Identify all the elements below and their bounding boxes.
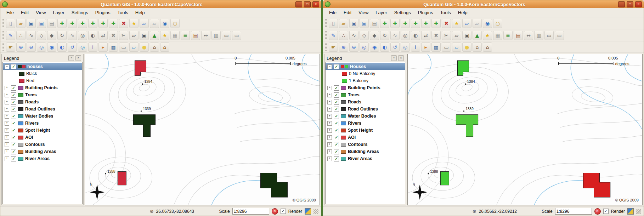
legend-layer-row[interactable]: +✓AOI bbox=[326, 134, 405, 141]
toolbar-handle[interactable] bbox=[2, 19, 4, 28]
legend-layer-row[interactable]: +✓Building Points bbox=[3, 84, 82, 91]
save-project-icon[interactable]: ▣ bbox=[349, 19, 358, 28]
zoom-full-icon[interactable]: ◎ bbox=[37, 42, 46, 52]
new-vector-layer-icon[interactable]: ✚ bbox=[421, 19, 430, 28]
expander-icon[interactable]: + bbox=[5, 142, 9, 147]
measure-area-icon[interactable]: ▱ bbox=[452, 42, 461, 52]
menu-settings[interactable]: Settings bbox=[68, 9, 91, 16]
star-flower-icon[interactable]: ★ bbox=[483, 31, 492, 40]
save-project-as-icon[interactable]: ▣ bbox=[360, 19, 369, 28]
add-raster-layer-icon[interactable]: ✚ bbox=[390, 19, 400, 28]
new-project-icon[interactable]: ▯ bbox=[6, 19, 15, 28]
measure-area-icon[interactable]: ▱ bbox=[129, 42, 139, 52]
legend-class-row[interactable]: Red bbox=[3, 77, 82, 84]
zoom-out-icon[interactable]: ⊖ bbox=[349, 42, 358, 52]
gray-box-icon[interactable]: ▦ bbox=[170, 31, 180, 40]
layer-checkbox[interactable]: ✓ bbox=[334, 128, 339, 133]
maximize-button[interactable]: □ bbox=[304, 1, 311, 7]
menu-view[interactable]: View bbox=[355, 9, 372, 16]
legend-layer-row[interactable]: +✓Water Bodies bbox=[326, 113, 405, 120]
layer-checkbox[interactable]: ✓ bbox=[334, 64, 339, 69]
capture-polygon-icon[interactable]: ◇ bbox=[37, 31, 46, 40]
layer-checkbox[interactable]: ✓ bbox=[11, 156, 16, 161]
layer-checkbox[interactable]: ✓ bbox=[334, 114, 339, 119]
zoom-to-selection-icon[interactable]: ◐ bbox=[57, 42, 67, 52]
expander-icon[interactable]: + bbox=[5, 157, 9, 161]
expander-icon[interactable]: + bbox=[327, 157, 332, 161]
capture-point-icon[interactable]: ∴ bbox=[339, 31, 348, 40]
select-cursor-icon[interactable]: ▸ bbox=[421, 42, 430, 52]
close-button[interactable]: × bbox=[635, 1, 642, 7]
expander-icon[interactable]: − bbox=[5, 64, 9, 69]
expander-icon[interactable]: − bbox=[327, 64, 332, 69]
expander-icon[interactable]: + bbox=[5, 135, 9, 140]
add-vector-layer-icon[interactable]: ✚ bbox=[380, 19, 389, 28]
resize-grip[interactable] bbox=[636, 209, 641, 214]
paste-icon[interactable]: ▣ bbox=[462, 31, 471, 40]
close-panel-icon[interactable]: × bbox=[398, 55, 404, 61]
coordinate-capture-icon[interactable]: ⊕ bbox=[473, 209, 476, 214]
detach-panel-icon[interactable]: ▫ bbox=[391, 55, 397, 61]
legend-class-row[interactable]: 0 No Balcony bbox=[326, 70, 405, 77]
expander-icon[interactable]: + bbox=[5, 100, 9, 104]
layer-checkbox[interactable]: ✓ bbox=[11, 114, 16, 119]
select-cursor-icon[interactable]: ▸ bbox=[98, 42, 108, 52]
detach-panel-icon[interactable]: ▫ bbox=[68, 55, 74, 61]
mirror-icon[interactable]: ▥ bbox=[211, 31, 221, 40]
stop-render-icon[interactable]: ✕ bbox=[594, 208, 601, 215]
arrow-icon[interactable]: ↔ bbox=[524, 31, 533, 40]
rotate-icon[interactable]: ↻ bbox=[57, 31, 67, 40]
capture-line-icon[interactable]: ∿ bbox=[349, 31, 358, 40]
expander-icon[interactable]: + bbox=[5, 107, 9, 112]
add-postgis-layer-icon[interactable]: ✚ bbox=[78, 19, 87, 28]
star-flower-icon[interactable]: ★ bbox=[160, 31, 169, 40]
menu-tools[interactable]: Tools bbox=[437, 9, 454, 16]
add-ring-icon[interactable]: ◎ bbox=[78, 31, 87, 40]
close-button[interactable]: × bbox=[312, 1, 319, 7]
identify-icon[interactable]: i bbox=[411, 42, 420, 52]
layer-checkbox[interactable]: ✓ bbox=[11, 85, 16, 91]
expander-icon[interactable]: + bbox=[327, 107, 332, 112]
legend-layer-row[interactable]: +✓Rivers bbox=[326, 120, 405, 127]
create-layer-icon[interactable]: ✚ bbox=[431, 19, 441, 28]
zoom-last-icon[interactable]: ↺ bbox=[68, 42, 77, 52]
simplify-icon[interactable]: ∿ bbox=[68, 31, 77, 40]
layer-checkbox[interactable]: ✓ bbox=[11, 149, 16, 154]
add-postgis-layer-icon[interactable]: ✚ bbox=[401, 19, 410, 28]
expander-icon[interactable]: + bbox=[327, 142, 332, 147]
menu-help[interactable]: Help bbox=[132, 9, 148, 16]
add-island-icon[interactable]: ◐ bbox=[88, 31, 97, 40]
add-raster-layer-icon[interactable]: ✚ bbox=[68, 19, 77, 28]
legend-layer-row[interactable]: +✓Building Points bbox=[326, 84, 405, 91]
toolbar-handle[interactable] bbox=[325, 19, 327, 28]
stop-render-icon[interactable]: ✕ bbox=[272, 208, 278, 215]
legend-layer-row[interactable]: +✓Contours bbox=[3, 141, 82, 148]
open-project-icon[interactable]: ▰ bbox=[339, 19, 348, 28]
arrow-icon[interactable]: ↔ bbox=[201, 31, 210, 40]
remove-layer-icon[interactable]: ✖ bbox=[119, 19, 128, 28]
capture-line-icon[interactable]: ∿ bbox=[27, 31, 36, 40]
scale-input[interactable] bbox=[232, 208, 269, 215]
layer-checkbox[interactable]: ✓ bbox=[11, 100, 16, 105]
layer-checkbox[interactable]: ✓ bbox=[334, 121, 339, 126]
legend-layer-row[interactable]: +✓AOI bbox=[3, 134, 82, 141]
mirror-icon[interactable]: ▥ bbox=[534, 31, 543, 40]
simplify-icon[interactable]: ∿ bbox=[390, 31, 400, 40]
legend-class-row[interactable]: Black bbox=[3, 70, 82, 77]
render-checkbox[interactable]: ✓ bbox=[603, 209, 609, 214]
resize-grip[interactable] bbox=[313, 209, 318, 214]
measure-line-icon[interactable]: ▭ bbox=[442, 42, 451, 52]
toolbar-handle[interactable] bbox=[325, 31, 327, 40]
layer-checkbox[interactable]: ✓ bbox=[334, 85, 339, 91]
toolbar-handle[interactable] bbox=[2, 43, 4, 51]
render-checkbox[interactable]: ✓ bbox=[281, 209, 286, 214]
zoom-to-selection-icon[interactable]: ◐ bbox=[380, 42, 389, 52]
menu-file[interactable]: File bbox=[326, 9, 340, 16]
layers-visible-icon[interactable]: ▱ bbox=[140, 19, 149, 28]
expander-icon[interactable]: + bbox=[5, 149, 9, 154]
create-layer-icon[interactable]: ✚ bbox=[109, 19, 118, 28]
layers-visible-icon[interactable]: ▱ bbox=[462, 19, 471, 28]
gray-box-icon[interactable]: ▦ bbox=[493, 31, 502, 40]
map-view[interactable]: 1384 1339 1388 0 0.005 degrees N © QGIS … bbox=[407, 54, 643, 205]
move-vertex-icon[interactable]: ◆ bbox=[47, 31, 56, 40]
